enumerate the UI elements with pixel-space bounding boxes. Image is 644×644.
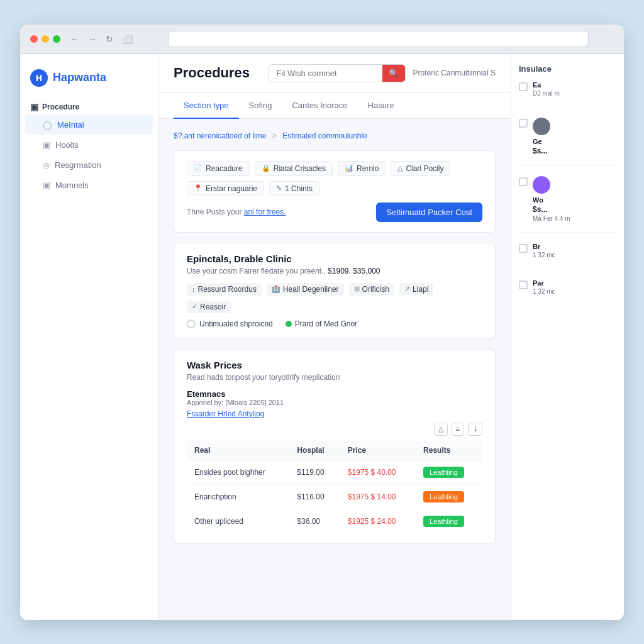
etemnacs-title: Etemnacs: [187, 389, 482, 399]
tab-hasure[interactable]: Hasure: [358, 93, 404, 119]
location-dot-icon: [286, 321, 292, 327]
sidebar-item-resgrmation[interactable]: ◎ Resgrmation: [25, 155, 153, 175]
etemnacs-link[interactable]: Fraarder Hrled Antyliog: [187, 409, 264, 418]
col-hosplal: Hosplal: [289, 441, 340, 460]
sidebar-logo: H Hapwanta: [20, 64, 158, 97]
filter-bottom: Thne Pusts your anl for frees. Seltirnua…: [187, 203, 482, 222]
address-bar[interactable]: [168, 31, 589, 47]
breadcrumb: $?.ant nerenicatloed of lime > Estimated…: [174, 131, 496, 140]
card-options-row: Untimuated shproiced Prard of Med Gnor: [187, 319, 482, 328]
clinic-subtitle: Use your cosm Fairer fledate you preent.…: [187, 267, 482, 275]
filter-tag-rernlo[interactable]: 📊 Rernlo: [338, 161, 386, 176]
estimated-cost-button[interactable]: Seltirnuatd Packer Cost: [376, 203, 482, 222]
rp-checkbox-ge[interactable]: [519, 119, 528, 128]
tab-cantes-inorace[interactable]: Cantes Inorace: [282, 93, 357, 119]
rp-checkbox-wo[interactable]: [519, 177, 528, 186]
rp-item-wo: Wo $s... Ma Far 4.4 m: [519, 176, 616, 233]
rp-checkbox-br[interactable]: [519, 244, 528, 253]
tab-section-type[interactable]: Section type: [174, 93, 239, 119]
reload-button[interactable]: ↻: [103, 33, 116, 45]
rp-label-par: 1 32 mc: [533, 288, 616, 295]
rp-name-ea: Ea: [533, 81, 616, 89]
table-action-eq[interactable]: ≡: [452, 423, 464, 436]
minimize-icon[interactable]: [42, 35, 49, 43]
radio-untimuated[interactable]: Untimuated shproiced: [187, 319, 273, 328]
tab-sofing[interactable]: Sofing: [239, 93, 282, 119]
heall-icon: 🏥: [272, 285, 280, 293]
meIntal-icon: ◯: [43, 120, 52, 130]
table-action-filter[interactable]: ⇂: [468, 423, 482, 436]
filter-tag-reacadure[interactable]: 📄 Reacadure: [187, 161, 250, 176]
main-content: Procedures 🔍 Proteric Canmultiinnial S S…: [158, 54, 511, 620]
location-prard: Prard of Med Gnor: [286, 319, 357, 328]
close-icon[interactable]: [30, 35, 38, 43]
rp-item-ea: Ea D2 mal m: [519, 81, 616, 108]
sidebar-item-meIntal[interactable]: ◯ MeIntal: [25, 115, 153, 135]
breadcrumb-part1[interactable]: $?.ant nerenicatloed of lime: [174, 131, 266, 140]
col-price: Price: [340, 441, 416, 460]
rp-checkbox-par[interactable]: [519, 280, 528, 289]
filter-tags-card: 📄 Reacadure 🔒 Riatal Crisacles 📊 Rernlo: [174, 150, 496, 233]
tabs-bar: Section type Sofing Cantes Inorace Hasur…: [158, 93, 511, 119]
row1-real: Ensides poot bighher: [187, 460, 289, 484]
filter-hint-link[interactable]: anl for frees.: [244, 208, 286, 216]
filter-tag-erstar[interactable]: 📍 Erstar naguarie: [187, 181, 264, 196]
rp-checkbox-ea[interactable]: [519, 82, 528, 91]
search-bar: 🔍: [269, 64, 406, 82]
browser-content: H Hapwanta ▣ Procedure ◯ MeIntal ▣ Hooit…: [20, 54, 624, 620]
table-action-up[interactable]: △: [434, 423, 448, 436]
header-right: 🔍 Proteric Canmultiinnial S: [269, 64, 496, 82]
clinic-tags: ↕ Ressurd Roordus 🏥 Heall Degeniiner ⊞ O…: [187, 283, 482, 313]
logo-text: Hapwanta: [53, 71, 106, 84]
resgrmation-icon: ◎: [43, 160, 50, 170]
row3-hosplal: $36.00: [289, 509, 340, 533]
user-info: Proteric Canmultiinnial S: [413, 69, 496, 77]
tags-row: 📄 Reacadure 🔒 Riatal Crisacles 📊 Rernlo: [187, 161, 482, 196]
card-tag-ressurd[interactable]: ↕ Ressurd Roordus: [187, 283, 262, 296]
hooits-icon: ▣: [43, 140, 50, 150]
breadcrumb-separator: >: [272, 131, 277, 140]
filter-tag-clarl[interactable]: △ Clarl Pocily: [391, 161, 450, 176]
filter-tag-riatal[interactable]: 🔒 Riatal Crisacles: [255, 161, 333, 176]
row2-price: $1975 $ 14.00: [340, 484, 416, 509]
sidebar-item-hooits[interactable]: ▣ Hooits: [25, 135, 153, 155]
rernlo-icon: 📊: [345, 164, 353, 172]
row2-result: Leathling: [416, 484, 482, 509]
rp-avatar-ge: [533, 118, 550, 135]
browser-titlebar: ← → ↻ ⬜: [20, 25, 624, 54]
browser-window: ← → ↻ ⬜ H Hapwanta ▣ Procedure ◯ MeIntal…: [20, 25, 624, 620]
rp-name-br: Br: [533, 243, 616, 250]
card-tag-reasoir[interactable]: ✓ Reasoir: [187, 301, 231, 313]
home-button[interactable]: ⬜: [119, 33, 135, 45]
liapi-icon: ↗: [404, 285, 410, 293]
chints-icon: ✎: [276, 184, 282, 192]
card-tag-heall[interactable]: 🏥 Heall Degeniiner: [267, 283, 344, 296]
breadcrumb-part2[interactable]: Estimated commoulunhle: [282, 131, 367, 140]
sidebar: H Hapwanta ▣ Procedure ◯ MeIntal ▣ Hooit…: [20, 54, 158, 620]
maximize-icon[interactable]: [53, 35, 60, 43]
row1-result: Leathling: [416, 460, 482, 484]
filter-tag-chints[interactable]: ✎ 1 Chints: [269, 181, 319, 196]
forward-button[interactable]: →: [86, 33, 99, 45]
reasoir-icon: ✓: [192, 303, 197, 311]
traffic-lights: [30, 35, 60, 43]
search-input[interactable]: [269, 65, 382, 82]
row3-real: Other upliceed: [187, 509, 289, 533]
sidebar-item-momnels[interactable]: ▣ Momnels: [25, 175, 153, 195]
row3-result: Leathling: [416, 509, 482, 533]
table-header-row: Real Hosplal Price Results: [187, 441, 482, 460]
table-row: Enarichption $116.00 $1975 $ 14.00 Leath…: [187, 484, 482, 509]
card-tag-liapi[interactable]: ↗ Liapi: [399, 283, 433, 296]
back-button[interactable]: ←: [68, 33, 82, 45]
ressurd-icon: ↕: [192, 286, 196, 293]
search-button[interactable]: 🔍: [382, 65, 405, 82]
rp-content-ge: Ge $s...: [533, 118, 616, 155]
main-header: Procedures 🔍 Proteric Canmultiinnial S: [158, 54, 511, 93]
sidebar-procedure-label: ▣ Procedure: [20, 97, 158, 114]
right-panel-title: Insulace: [519, 64, 616, 74]
rp-name-par: Par: [533, 279, 616, 287]
card-tag-orificish[interactable]: ⊞ Orificish: [349, 283, 394, 296]
rp-price-wo: $s...: [533, 205, 616, 214]
etemnacs-sub: Appnnel by: [Mloais 2205] 2011: [187, 399, 482, 406]
rp-name-wo: Wo: [533, 196, 616, 204]
